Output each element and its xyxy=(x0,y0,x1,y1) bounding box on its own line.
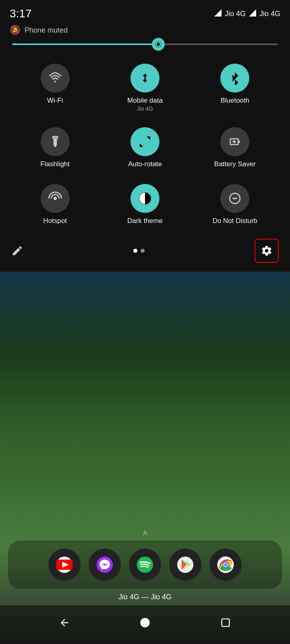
carrier1-label: Jio 4G xyxy=(225,10,246,18)
page-dot-2[interactable] xyxy=(141,249,145,253)
messenger-app-icon[interactable] xyxy=(89,549,121,581)
qs-bottom-bar xyxy=(0,234,290,268)
edit-button[interactable] xyxy=(11,245,23,257)
svg-rect-12 xyxy=(53,137,57,138)
dnd-label: Do Not Disturb xyxy=(213,217,257,225)
tile-dark-theme[interactable]: Dark theme xyxy=(102,178,188,230)
svg-point-17 xyxy=(53,197,57,200)
page-dot-1[interactable] xyxy=(133,249,137,253)
brightness-thumb[interactable] xyxy=(152,38,165,51)
play-store-app-icon[interactable] xyxy=(169,549,201,581)
wifi-label: Wi-Fi xyxy=(47,97,63,105)
bluetooth-label: Bluetooth xyxy=(220,97,249,105)
svg-marker-0 xyxy=(214,9,222,17)
dnd-icon-bg xyxy=(220,184,249,213)
settings-button[interactable] xyxy=(255,239,279,263)
tile-battery-saver[interactable]: Battery Saver xyxy=(192,121,278,173)
auto-rotate-label: Auto-rotate xyxy=(128,160,162,168)
tile-bluetooth[interactable]: Bluetooth xyxy=(192,57,278,117)
hotspot-label: Hotspot xyxy=(43,217,67,225)
page-dots xyxy=(133,249,145,253)
notification-bar: 🔕 Phone muted xyxy=(0,23,290,39)
tile-do-not-disturb[interactable]: Do Not Disturb xyxy=(192,178,278,230)
signal-icon-1 xyxy=(214,9,222,19)
dark-theme-icon-bg xyxy=(130,184,160,213)
auto-rotate-icon-bg xyxy=(130,127,160,156)
tiles-grid: Wi-Fi Mobile data Jio 4G Bluetooth xyxy=(0,53,290,234)
svg-marker-1 xyxy=(249,9,256,17)
tile-wifi[interactable]: Wi-Fi xyxy=(12,57,98,117)
svg-rect-38 xyxy=(222,619,230,627)
svg-line-7 xyxy=(156,42,157,43)
flashlight-icon-bg xyxy=(41,127,70,156)
status-right: Jio 4G Jio 4G xyxy=(214,9,280,19)
wifi-icon-bg xyxy=(41,64,70,93)
signal-icon-2 xyxy=(249,9,256,19)
tile-flashlight[interactable]: Flashlight xyxy=(12,121,98,173)
recents-button[interactable] xyxy=(215,613,236,633)
svg-point-2 xyxy=(157,43,160,46)
bluetooth-icon-bg xyxy=(220,64,249,93)
spotify-app-icon[interactable] xyxy=(129,549,161,581)
dark-theme-label: Dark theme xyxy=(127,217,163,225)
svg-rect-14 xyxy=(238,141,240,143)
brightness-row xyxy=(0,39,290,53)
quick-settings-panel: 3:17 Jio 4G Jio 4G 🔕 Phone muted xyxy=(0,0,290,272)
tile-hotspot[interactable]: Hotspot xyxy=(12,178,98,230)
home-button[interactable] xyxy=(135,613,155,633)
svg-point-36 xyxy=(224,563,227,566)
svg-point-24 xyxy=(97,557,113,573)
flashlight-label: Flashlight xyxy=(40,160,70,168)
navigation-bar xyxy=(0,605,290,644)
swipe-up-indicator: ∧ xyxy=(0,528,290,537)
carrier-text: Jio 4G — Jio 4G xyxy=(0,593,290,601)
youtube-app-icon[interactable] xyxy=(48,549,81,581)
back-button[interactable] xyxy=(54,613,75,633)
phone-muted-text: Phone muted xyxy=(25,26,68,35)
mobile-data-icon-bg xyxy=(130,64,160,93)
brightness-slider[interactable] xyxy=(12,43,278,45)
svg-point-37 xyxy=(140,618,149,627)
status-bar: 3:17 Jio 4G Jio 4G xyxy=(0,0,290,23)
home-screen: ∧ xyxy=(0,528,290,644)
mobile-data-label: Mobile data xyxy=(127,97,163,105)
tile-auto-rotate[interactable]: Auto-rotate xyxy=(102,121,188,173)
mobile-data-sublabel: Jio 4G xyxy=(137,105,153,112)
status-time: 3:17 xyxy=(10,7,32,20)
tile-mobile-data[interactable]: Mobile data Jio 4G xyxy=(102,57,188,117)
svg-line-8 xyxy=(160,46,161,47)
battery-saver-icon-bg xyxy=(220,127,249,156)
mute-icon: 🔕 xyxy=(10,25,21,35)
svg-point-11 xyxy=(54,80,56,82)
svg-line-9 xyxy=(160,42,161,43)
hotspot-icon-bg xyxy=(41,184,70,213)
battery-saver-label: Battery Saver xyxy=(214,160,256,168)
chrome-app-icon[interactable] xyxy=(209,549,242,581)
app-dock xyxy=(8,541,282,589)
carrier2-label: Jio 4G xyxy=(259,10,280,18)
svg-line-10 xyxy=(156,46,157,47)
